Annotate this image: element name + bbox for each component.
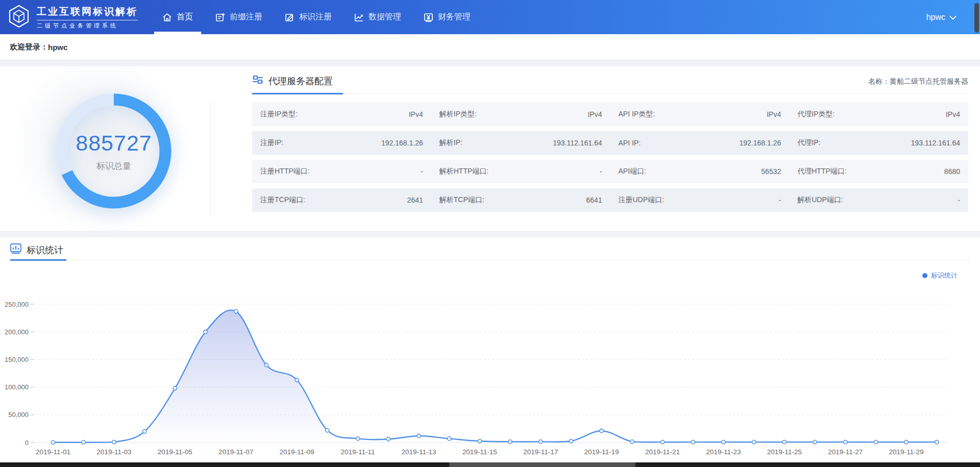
bar-chart-icon xyxy=(10,243,21,256)
welcome-user: hpwc xyxy=(48,43,67,52)
user-menu[interactable]: hpwc xyxy=(916,0,980,34)
server-name: 名称：黄船二级节点托管服务器 xyxy=(868,77,968,87)
nav-item-home[interactable]: 首页 xyxy=(151,0,204,34)
svg-text:2019-11-25: 2019-11-25 xyxy=(767,448,802,456)
config-value: - xyxy=(779,196,781,204)
config-cell: 注册IP类型:IPv4 xyxy=(252,103,431,126)
config-cell: API IP:192.168.1.26 xyxy=(610,131,790,155)
logo-subtitle: 二级节点业务管理系统 xyxy=(37,20,138,30)
total-count-label: 标识总量 xyxy=(96,160,131,172)
top-navbar: 工业互联网标识解析 二级节点业务管理系统 首页前缀注册标识注册数据管理财务管理 … xyxy=(0,0,980,34)
welcome-bar: 欢迎登录： hpwc xyxy=(0,34,980,60)
sliders-icon xyxy=(252,75,263,87)
svg-text:250,000: 250,000 xyxy=(5,301,29,308)
config-value: - xyxy=(600,167,602,176)
config-label: 注册IP: xyxy=(260,138,283,148)
svg-text:2019-11-11: 2019-11-11 xyxy=(340,448,375,456)
section-underline xyxy=(252,93,968,94)
svg-text:0: 0 xyxy=(25,439,29,447)
nav-item-label: 首页 xyxy=(177,12,193,22)
chevron-down-icon xyxy=(949,13,957,22)
svg-text:2019-11-05: 2019-11-05 xyxy=(158,448,192,456)
svg-text:2019-11-17: 2019-11-17 xyxy=(523,448,558,456)
svg-text:2019-11-29: 2019-11-29 xyxy=(889,448,924,456)
config-cell: 解析HTTP端口:- xyxy=(431,160,610,183)
config-cell: 注册UDP端口:- xyxy=(610,188,790,212)
config-value: 2641 xyxy=(407,196,423,204)
vertical-scrollbar-thumb[interactable] xyxy=(974,3,979,33)
config-value: 192.168.1.26 xyxy=(740,139,781,147)
config-label: 注册HTTP端口: xyxy=(260,167,309,176)
config-value: 8680 xyxy=(944,167,960,176)
config-cell: 解析IP类型:IPv4 xyxy=(431,103,610,126)
proxy-config-section: 代理服务器配置 名称：黄船二级节点托管服务器 注册IP类型:IPv4解析IP类型… xyxy=(252,75,968,217)
config-cell: API IP类型:IPv4 xyxy=(610,103,790,126)
nav-item-label: 前缀注册 xyxy=(230,12,262,22)
config-value: 193.112.161.64 xyxy=(911,139,960,147)
total-count: 885727 xyxy=(76,131,152,156)
svg-text:2019-11-13: 2019-11-13 xyxy=(401,448,436,456)
config-label: 解析IP: xyxy=(439,138,462,148)
svg-text:2019-11-27: 2019-11-27 xyxy=(828,448,863,456)
config-label: 代理IP类型: xyxy=(797,110,835,119)
server-name-value: 黄船二级节点托管服务器 xyxy=(890,77,968,85)
svg-text:2019-11-09: 2019-11-09 xyxy=(280,448,314,456)
config-label: 注册IP类型: xyxy=(260,110,298,119)
section-title-stats: 标识统计 xyxy=(27,244,63,256)
nav-item-id-register[interactable]: 标识注册 xyxy=(274,0,343,34)
nav-item-data-manage[interactable]: 数据管理 xyxy=(343,0,412,34)
svg-text:50,000: 50,000 xyxy=(8,411,29,419)
config-row: 注册IP:192.168.1.26解析IP:193.112.161.64API … xyxy=(252,131,968,155)
config-row: 注册HTTP端口:-解析HTTP端口:-API端口:56532代理HTTP端口:… xyxy=(252,160,968,183)
config-cell: 解析TCP端口:6641 xyxy=(431,188,610,212)
config-label: 解析TCP端口: xyxy=(439,195,484,205)
logo[interactable]: 工业互联网标识解析 二级节点业务管理系统 xyxy=(0,0,151,34)
section-title-proxy-config: 代理服务器配置 xyxy=(268,75,333,87)
logo-title: 工业互联网标识解析 xyxy=(37,5,138,18)
svg-text:200,000: 200,000 xyxy=(5,328,29,336)
config-cell: 注册HTTP端口:- xyxy=(252,160,431,183)
config-label: 注册UDP端口: xyxy=(619,195,664,205)
svg-text:2019-11-21: 2019-11-21 xyxy=(645,448,680,456)
config-label: 代理IP: xyxy=(797,138,820,148)
config-value: IPv4 xyxy=(946,110,960,118)
config-label: 解析HTTP端口: xyxy=(439,167,488,176)
svg-text:100,000: 100,000 xyxy=(5,383,29,391)
nav-item-label: 数据管理 xyxy=(369,12,401,22)
nav-item-label: 标识注册 xyxy=(299,12,332,22)
config-label: 解析IP类型: xyxy=(439,110,477,119)
config-cell: 解析UDP端口:- xyxy=(789,188,968,212)
nav-item-prefix-register[interactable]: 前缀注册 xyxy=(204,0,274,34)
main-nav: 首页前缀注册标识注册数据管理财务管理 xyxy=(151,0,482,34)
section-underline xyxy=(10,260,970,260)
config-cell: 注册TCP端口:2641 xyxy=(252,188,431,212)
proxy-config-table: 注册IP类型:IPv4解析IP类型:IPv4API IP类型:IPv4代理IP类… xyxy=(252,103,968,212)
config-cell: 代理HTTP端口:8680 xyxy=(789,160,968,183)
server-name-label: 名称： xyxy=(868,77,890,85)
doc-edit-icon xyxy=(285,13,295,22)
config-value: 56532 xyxy=(761,167,781,176)
nav-item-finance-manage[interactable]: 财务管理 xyxy=(412,0,482,34)
home-icon xyxy=(162,13,172,22)
config-label: API IP: xyxy=(619,139,641,147)
config-cell: 解析IP:193.112.161.64 xyxy=(431,131,610,155)
horizontal-scrollbar-thumb[interactable] xyxy=(449,462,635,467)
yen-icon xyxy=(424,13,433,22)
config-cell: API端口:56532 xyxy=(610,160,790,183)
stats-panel: 标识统计 标识统计 050,000100,000150,000200,00025… xyxy=(0,237,980,467)
config-label: 代理HTTP端口: xyxy=(797,167,846,176)
overview-panel: 885727 标识总量 代理服务器配置 xyxy=(0,66,980,231)
config-label: 注册TCP端口: xyxy=(260,195,305,205)
svg-text:150,000: 150,000 xyxy=(5,356,29,363)
page: 工业互联网标识解析 二级节点业务管理系统 首页前缀注册标识注册数据管理财务管理 … xyxy=(0,0,980,467)
config-value: 6641 xyxy=(586,196,602,204)
config-cell: 代理IP:193.112.161.64 xyxy=(789,131,968,155)
config-value: 192.168.1.26 xyxy=(381,139,423,147)
config-label: API IP类型: xyxy=(619,110,655,119)
doc-plus-icon xyxy=(215,13,225,22)
config-value: 193.112.161.64 xyxy=(553,139,602,147)
config-label: 解析UDP端口: xyxy=(797,195,843,205)
nav-item-label: 财务管理 xyxy=(438,12,471,22)
horizontal-scrollbar[interactable] xyxy=(0,462,980,467)
config-row: 注册TCP端口:2641解析TCP端口:6641注册UDP端口:-解析UDP端口… xyxy=(252,188,968,212)
